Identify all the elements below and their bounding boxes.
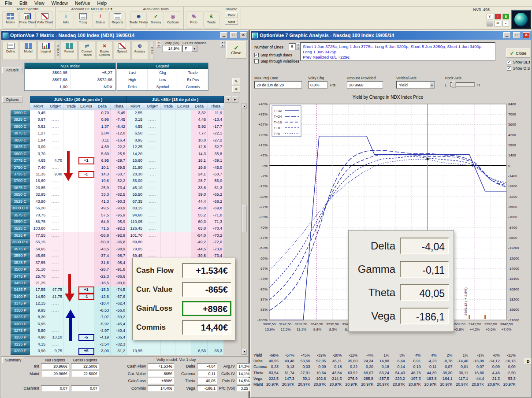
matrix-cell[interactable]	[161, 151, 175, 157]
matrix-cell[interactable]: .....	[144, 185, 161, 191]
matrix-cell[interactable]: 13,10	[47, 334, 64, 341]
matrix-cell[interactable]: -12,6	[94, 294, 111, 300]
matrix-cell[interactable]	[175, 205, 191, 212]
toolbar-spinner[interactable]: ▲▼	[220, 41, 225, 48]
matrix-cell[interactable]: -45,4	[111, 321, 127, 327]
matrix-cell[interactable]: 79,05	[127, 246, 144, 253]
matrix-cell[interactable]: 1,37	[94, 123, 111, 130]
matrix-cell[interactable]	[64, 273, 78, 280]
matrix-cell[interactable]	[64, 341, 78, 348]
matrix-cell[interactable]: 0,82	[30, 123, 47, 130]
matrix-cell[interactable]: 2,55	[127, 110, 144, 116]
prev-button[interactable]: Prev	[225, 12, 238, 18]
matrix-cell[interactable]	[161, 171, 175, 178]
strike-cell[interactable]: 3600 C >	[11, 205, 30, 212]
matrix-cell[interactable]: .....	[47, 219, 64, 225]
month-header-jul[interactable]: JUL <60> (18 de jul de )	[127, 96, 224, 103]
matrix-cell[interactable]: 4,55	[127, 123, 144, 130]
matrix-cell[interactable]	[175, 191, 191, 198]
strike-cell[interactable]: 3550 P	[11, 253, 30, 259]
matrix-cell[interactable]: 6,95	[94, 157, 111, 164]
matrix-cell[interactable]: .....	[47, 273, 64, 280]
matrix-cell[interactable]	[175, 348, 191, 354]
matrix-cell[interactable]: -31,2	[111, 348, 127, 354]
matrix-cell[interactable]: .....	[144, 151, 161, 157]
matrix-cell[interactable]: 16,1	[191, 157, 208, 164]
matrix-cell[interactable]: -8,42	[111, 123, 127, 130]
month-prev-arrow[interactable]: ◄	[225, 97, 231, 103]
matrix-cell[interactable]	[175, 246, 191, 253]
matrix-cell[interactable]	[64, 327, 78, 334]
matrix-cell[interactable]: -36,4	[111, 334, 127, 341]
matrix-cell[interactable]: .....	[144, 123, 161, 130]
matrix-cell[interactable]: -26,7	[94, 266, 111, 273]
strike-cell[interactable]: 3625 C	[11, 198, 30, 205]
matrix-cell[interactable]	[78, 123, 94, 130]
matrix-cell[interactable]: .....	[144, 171, 161, 178]
matrix-cell[interactable]: 103,80	[30, 225, 47, 232]
matrix-cell[interactable]: .....	[47, 205, 64, 212]
matrix-cell[interactable]: .....	[47, 151, 64, 157]
matrix-cell[interactable]: -22,1	[208, 130, 224, 137]
strike-cell[interactable]: 3525 C	[11, 225, 30, 232]
y-icon[interactable]: Y.	[487, 14, 493, 19]
matrix-toolbar-spread[interactable]: Spread	[114, 41, 130, 60]
matrix-cell[interactable]	[64, 232, 78, 239]
matrix-cell[interactable]	[64, 123, 78, 130]
strike-cell[interactable]: 3425 P	[11, 286, 30, 293]
strike-cell[interactable]: 3800 C	[11, 151, 30, 157]
strike-cell[interactable]: 3900 C	[11, 123, 30, 130]
matrix-cell[interactable]	[175, 219, 191, 225]
matrix-cell[interactable]	[78, 151, 94, 157]
matrix-cell[interactable]: 11,35	[30, 171, 47, 178]
matrix-cell[interactable]: -13,4	[208, 116, 224, 123]
matrix-cell[interactable]	[64, 321, 78, 327]
matrix-cell[interactable]: -4,19	[94, 334, 111, 341]
toolbar-button-matrix[interactable]: Matrix	[2, 11, 19, 29]
matrix-cell[interactable]	[64, 307, 78, 314]
matrix-cell[interactable]: 23,85	[30, 185, 47, 191]
matrix-cell[interactable]: 1,94	[30, 137, 47, 144]
strike-cell[interactable]: 3525 P	[11, 260, 30, 266]
matrix-cell[interactable]	[64, 246, 78, 253]
number-of-lines-stepper[interactable]: 5 ▲▼	[289, 43, 301, 50]
matrix-cell[interactable]	[78, 327, 94, 334]
matrix-cell[interactable]: 3,15	[127, 116, 144, 123]
matrix-cell[interactable]	[175, 239, 191, 245]
matrix-cell[interactable]: .....	[144, 164, 161, 171]
matrix-cell[interactable]: 17,55	[30, 286, 47, 293]
matrix-cell[interactable]	[78, 116, 94, 123]
matrix-cell[interactable]: -71,0	[208, 212, 224, 219]
matrix-cell[interactable]	[64, 171, 78, 178]
matrix-cell[interactable]	[161, 164, 175, 171]
strike-cell[interactable]: 3950 C	[11, 110, 30, 116]
matrix-cell[interactable]	[161, 178, 175, 184]
matrix-cell[interactable]: -39,5	[111, 164, 127, 171]
matrix-cell[interactable]: 16,60	[127, 157, 144, 164]
matrix-cell[interactable]: 4,90	[30, 334, 47, 341]
matrix-cell[interactable]: 55,50	[127, 191, 144, 198]
strike-cell[interactable]: 3325 P	[11, 314, 30, 320]
matrix-cell[interactable]	[78, 280, 94, 286]
matrix-cell[interactable]: .....	[47, 164, 64, 171]
matrix-cell[interactable]: 24,1	[191, 171, 208, 178]
matrix-cell[interactable]: 3,70	[30, 151, 47, 157]
matrix-cell[interactable]: 39,0	[191, 191, 208, 198]
matrix-cell[interactable]	[175, 232, 191, 239]
strike-cell[interactable]: 3750 C	[11, 164, 30, 171]
close-button[interactable]: ✕	[523, 32, 530, 38]
matrix-cell[interactable]: 12,8	[191, 144, 208, 150]
menu-item-edit[interactable]: Edit	[16, 0, 30, 6]
matrix-cell[interactable]	[64, 157, 78, 164]
strike-cell[interactable]: 3550 C	[11, 219, 30, 225]
edit-icon[interactable]: ✎	[232, 78, 240, 85]
matrix-cell[interactable]	[78, 110, 94, 116]
matrix-cell[interactable]: .....	[47, 341, 64, 348]
matrix-cell[interactable]: 21,25	[30, 280, 47, 286]
matrix-cell[interactable]: 49,5	[94, 205, 111, 212]
matrix-cell[interactable]: -61,3	[208, 185, 224, 191]
matrix-cell[interactable]: -18,5	[94, 280, 111, 286]
matrix-cell[interactable]	[144, 341, 161, 348]
matrix-cell[interactable]: 28,30	[127, 171, 144, 178]
matrix-cell[interactable]: -16,4	[111, 137, 127, 144]
